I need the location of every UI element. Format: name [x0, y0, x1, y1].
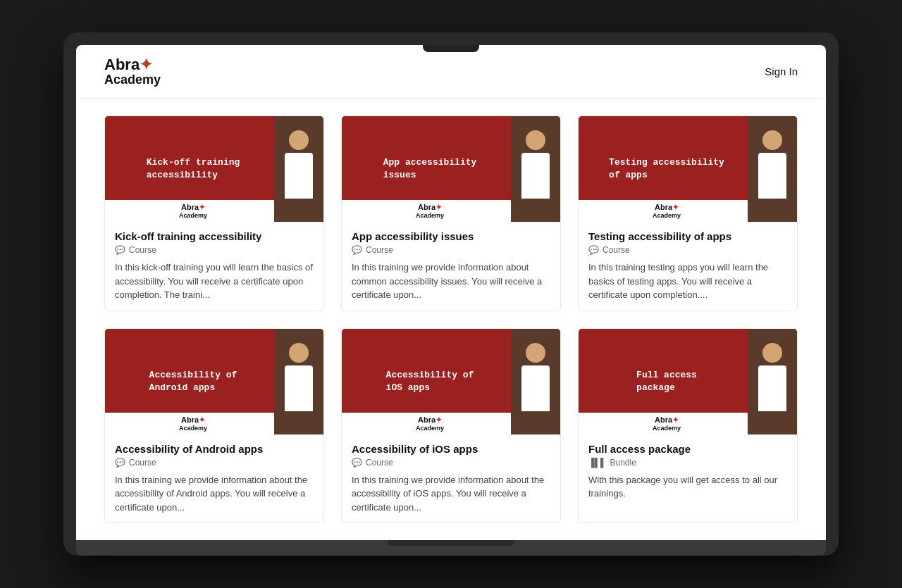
person-figure [755, 130, 790, 208]
thumbnail-text: Full accesspackage [636, 369, 697, 394]
course-grid: Kick-off trainingaccessibility Abra✦ Aca… [104, 115, 798, 523]
app-container: Abra✦ Academy Sign In Kick-off traininga… [76, 45, 826, 541]
card-type: 💬 Course [352, 245, 550, 255]
thumbnail-text: Testing accessibilityof apps [609, 156, 724, 182]
thumbnail-logo: Abra✦ Academy [342, 200, 518, 222]
laptop-base [76, 540, 826, 556]
card-type: 💬 Course [352, 458, 550, 468]
thumbnail-text: Kick-off trainingaccessibility [147, 156, 240, 182]
thumbnail-text: App accessibilityissues [383, 156, 477, 182]
person-body [521, 365, 550, 411]
logo-dot-small: ✦ [199, 203, 205, 211]
logo-dot-small: ✦ [199, 415, 205, 424]
logo-top: Abra✦ [104, 56, 161, 73]
card-title: Full access package [588, 443, 787, 455]
thumbnail-person [511, 116, 560, 222]
person-body [285, 365, 313, 411]
card-type-label: Course [129, 245, 156, 255]
laptop-screen: Abra✦ Academy Sign In Kick-off traininga… [76, 45, 826, 541]
logo-dot: ✦ [140, 56, 152, 73]
card-description: With this package you will get access to… [588, 473, 787, 501]
logo-bottom-small: Academy [653, 212, 681, 219]
thumbnail-text: Accessibility ofiOS apps [386, 369, 474, 394]
logo-bottom-small: Academy [416, 425, 444, 432]
logo-bottom: Academy [104, 73, 161, 87]
card-title: Accessibility of iOS apps [352, 443, 550, 455]
logo-top-small: Abra✦ [181, 203, 205, 212]
person-figure [518, 343, 553, 420]
card-android[interactable]: Accessibility ofAndroid apps Abra✦ Acade… [104, 328, 324, 524]
card-type-label: Course [603, 245, 630, 255]
person-figure [281, 130, 316, 208]
person-head [762, 343, 782, 363]
course-icon: 💬 [588, 245, 599, 255]
camera-notch [423, 45, 479, 52]
person-head [289, 130, 309, 150]
thumbnail-person [274, 329, 323, 434]
card-thumbnail: Full accesspackage Abra✦ Academy ▼ [579, 329, 797, 434]
logo-top-small: Abra✦ [418, 415, 442, 425]
card-type-label: Course [129, 458, 156, 468]
card-title: Kick-off training accessibility [115, 230, 314, 242]
card-thumbnail: Accessibility ofiOS apps Abra✦ Academy ▼ [342, 329, 560, 434]
card-info: Accessibility of Android apps 💬 Course I… [105, 434, 323, 523]
sign-in-button[interactable]: Sign In [765, 65, 798, 77]
thumbnail-person [748, 329, 797, 434]
thumbnail-logo: Abra✦ Academy [579, 413, 755, 434]
logo-bottom-small: Academy [653, 425, 681, 432]
logo-bottom-small: Academy [179, 425, 207, 432]
person-body [285, 153, 313, 199]
person-body [758, 365, 786, 411]
card-thumbnail: App accessibilityissues Abra✦ Academy ▼ [342, 116, 560, 222]
card-thumbnail: Accessibility ofAndroid apps Abra✦ Acade… [105, 329, 323, 434]
card-type-label: Bundle [610, 458, 636, 468]
person-figure [755, 343, 790, 420]
card-fullaccess[interactable]: Full accesspackage Abra✦ Academy ▼ Full … [578, 328, 798, 524]
logo-bottom-small: Academy [179, 212, 207, 219]
card-description: In this kick-off training you will learn… [115, 261, 314, 302]
card-thumbnail: Kick-off trainingaccessibility Abra✦ Aca… [105, 116, 323, 222]
card-info: Kick-off training accessibility 💬 Course… [105, 222, 323, 311]
card-description: In this training we provide information … [115, 473, 314, 515]
card-ios[interactable]: Accessibility ofiOS apps Abra✦ Academy ▼… [341, 328, 561, 524]
card-info: Testing accessibility of apps 💬 Course I… [579, 222, 797, 311]
thumbnail-text: Accessibility ofAndroid apps [149, 369, 237, 394]
course-icon: 💬 [115, 458, 125, 468]
thumbnail-person [511, 329, 560, 434]
course-icon: 💬 [115, 245, 125, 255]
logo-top-small: Abra✦ [655, 203, 679, 212]
card-testing[interactable]: Testing accessibilityof apps Abra✦ Acade… [578, 115, 798, 311]
card-title: Accessibility of Android apps [115, 443, 314, 455]
course-icon: 💬 [352, 245, 362, 255]
logo-dot-small: ✦ [435, 415, 442, 424]
thumbnail-person [748, 116, 797, 222]
thumbnail-logo: Abra✦ Academy [105, 200, 281, 222]
card-info: App accessibility issues 💬 Course In thi… [342, 222, 560, 311]
card-app-issues[interactable]: App accessibilityissues Abra✦ Academy ▼ … [341, 115, 561, 311]
card-info: Accessibility of iOS apps 💬 Course In th… [342, 434, 560, 523]
logo-top-small: Abra✦ [418, 203, 442, 212]
person-head [762, 130, 782, 150]
thumbnail-person [274, 116, 323, 222]
thumbnail-logo: Abra✦ Academy [579, 200, 755, 222]
person-head [526, 343, 545, 363]
card-type-label: Course [366, 458, 393, 468]
logo-dot-small: ✦ [435, 203, 442, 211]
content-area: Kick-off trainingaccessibility Abra✦ Aca… [76, 99, 826, 540]
logo-bottom-small: Academy [416, 212, 444, 219]
person-head [289, 343, 309, 363]
thumbnail-logo: Abra✦ Academy [342, 413, 518, 434]
card-description: In this training we provide information … [352, 261, 550, 302]
person-figure [281, 343, 316, 420]
card-type: 💬 Course [115, 245, 314, 255]
thumbnail-logo: Abra✦ Academy [105, 413, 281, 434]
logo-dot-small: ✦ [672, 415, 679, 424]
logo-top-small: Abra✦ [655, 415, 679, 425]
course-icon: 💬 [352, 458, 362, 468]
card-description: In this training testing apps you will l… [588, 261, 787, 302]
person-figure [518, 130, 553, 208]
card-thumbnail: Testing accessibilityof apps Abra✦ Acade… [579, 116, 797, 222]
header: Abra✦ Academy Sign In [76, 45, 826, 99]
card-type: ▐▌▌ Bundle [588, 458, 787, 468]
card-kickoff[interactable]: Kick-off trainingaccessibility Abra✦ Aca… [104, 115, 324, 311]
